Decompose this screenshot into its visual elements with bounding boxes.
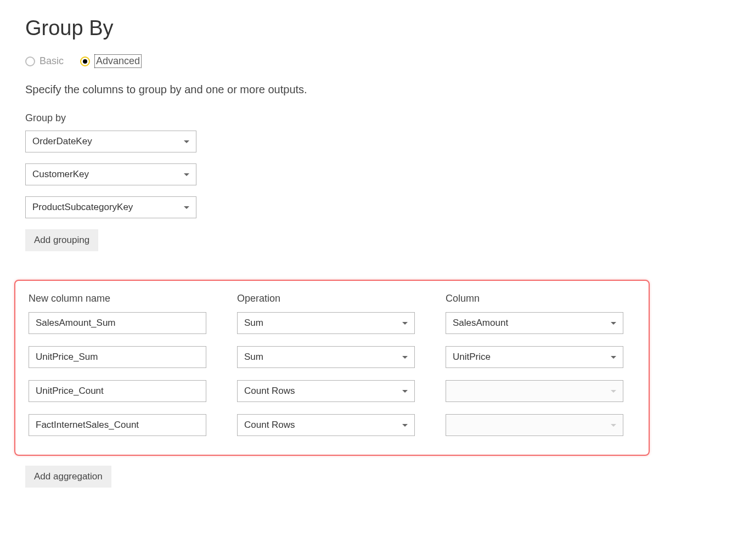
chevron-down-icon: [184, 140, 189, 143]
aggregation-column-select[interactable]: SalesAmount: [446, 312, 623, 334]
aggregation-operation-value: Sum: [244, 352, 263, 363]
aggregation-name-input[interactable]: [29, 380, 206, 402]
aggregation-column-select: [446, 380, 623, 402]
aggregation-operation-select[interactable]: Sum: [237, 346, 415, 368]
chevron-down-icon: [611, 424, 616, 427]
aggregation-column-select[interactable]: UnitPrice: [446, 346, 623, 368]
add-aggregation-button[interactable]: Add aggregation: [25, 466, 111, 488]
group-by-label: Group by: [25, 112, 707, 124]
group-by-value: CustomerKey: [32, 169, 89, 180]
aggregation-row: Count Rows: [29, 380, 635, 402]
group-by-dropdown-2[interactable]: ProductSubcategoryKey: [25, 196, 196, 218]
aggregations-highlight: New column name Operation Column Sum Sal…: [14, 280, 650, 456]
chevron-down-icon: [402, 424, 408, 427]
aggregation-name-input[interactable]: [29, 414, 206, 436]
aggregation-column-select: [446, 414, 623, 436]
radio-icon: [25, 56, 35, 66]
chevron-down-icon: [611, 390, 616, 393]
chevron-down-icon: [184, 173, 189, 176]
chevron-down-icon: [402, 356, 408, 359]
aggregation-headers: New column name Operation Column: [29, 293, 635, 304]
radio-advanced-label: Advanced: [94, 54, 142, 68]
group-by-dropdown-1[interactable]: CustomerKey: [25, 163, 196, 185]
group-by-value: OrderDateKey: [32, 136, 92, 147]
dialog-title: Group By: [25, 16, 707, 40]
header-new-column: New column name: [29, 293, 206, 304]
chevron-down-icon: [184, 206, 189, 209]
aggregation-column-value: UnitPrice: [453, 352, 491, 363]
aggregation-operation-value: Count Rows: [244, 420, 295, 431]
aggregation-row: Sum UnitPrice: [29, 346, 635, 368]
aggregation-operation-select[interactable]: Sum: [237, 312, 415, 334]
chevron-down-icon: [611, 356, 616, 359]
aggregation-operation-value: Sum: [244, 318, 263, 329]
group-by-value: ProductSubcategoryKey: [32, 202, 133, 213]
aggregation-row: Count Rows: [29, 414, 635, 436]
chevron-down-icon: [402, 322, 408, 325]
radio-basic-label: Basic: [40, 55, 64, 67]
radio-basic[interactable]: Basic: [25, 55, 64, 67]
aggregation-name-input[interactable]: [29, 312, 206, 334]
aggregation-name-input[interactable]: [29, 346, 206, 368]
aggregation-operation-select[interactable]: Count Rows: [237, 380, 415, 402]
aggregation-row: Sum SalesAmount: [29, 312, 635, 334]
aggregation-column-value: SalesAmount: [453, 318, 508, 329]
chevron-down-icon: [611, 322, 616, 325]
chevron-down-icon: [402, 390, 408, 393]
aggregation-operation-select[interactable]: Count Rows: [237, 414, 415, 436]
header-column: Column: [446, 293, 623, 304]
radio-icon: [80, 56, 90, 66]
add-grouping-button[interactable]: Add grouping: [25, 229, 98, 251]
group-by-dropdown-0[interactable]: OrderDateKey: [25, 131, 196, 152]
aggregation-operation-value: Count Rows: [244, 386, 295, 397]
header-operation: Operation: [237, 293, 415, 304]
mode-toggle: Basic Advanced: [25, 54, 707, 68]
dialog-description: Specify the columns to group by and one …: [25, 83, 707, 96]
radio-advanced[interactable]: Advanced: [80, 54, 142, 68]
